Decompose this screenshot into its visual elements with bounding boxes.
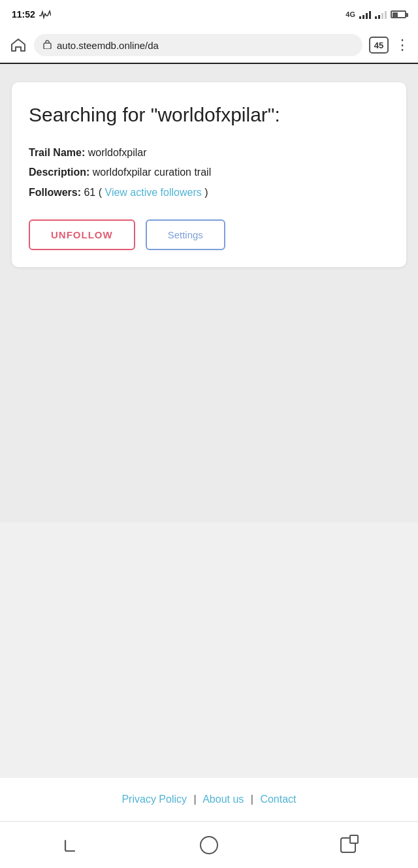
settings-button[interactable]: Settings	[146, 219, 225, 250]
footer: Privacy Policy | About us | Contact	[0, 778, 418, 821]
status-right: 4G	[346, 10, 406, 19]
nav-recent-button[interactable]	[336, 833, 360, 857]
activity-icon	[39, 9, 51, 20]
time-display: 11:52	[12, 9, 35, 20]
recent-apps-icon	[340, 837, 356, 853]
button-row: UNFOLLOW Settings	[29, 219, 389, 250]
followers-count: 61	[84, 187, 95, 198]
status-left: 11:52	[12, 9, 51, 20]
followers-paren-open: (	[99, 187, 102, 198]
contact-link[interactable]: Contact	[260, 794, 296, 805]
divider-1: |	[193, 794, 196, 805]
signal-bars-2	[375, 10, 387, 19]
about-us-link[interactable]: About us	[202, 794, 244, 805]
nav-home-button[interactable]	[197, 833, 221, 857]
trail-name-row: Trail Name: worldofxpilar	[29, 143, 389, 163]
unfollow-button[interactable]: UNFOLLOW	[29, 219, 135, 250]
url-display: auto.steemdb.online/da	[57, 40, 159, 51]
view-followers-link[interactable]: View active followers	[105, 187, 202, 198]
battery-icon	[391, 10, 406, 18]
nav-bar	[0, 821, 418, 868]
description-value: worldofxpilar curation trail	[93, 167, 211, 178]
lock-icon	[43, 39, 52, 51]
description-row: Description: worldofxpilar curation trai…	[29, 163, 389, 182]
content-spacer	[0, 522, 418, 778]
trail-info: Trail Name: worldofxpilar Description: w…	[29, 143, 389, 202]
privacy-policy-link[interactable]: Privacy Policy	[121, 794, 187, 805]
trail-name-value: worldofxpilar	[88, 147, 147, 158]
nav-back-button[interactable]	[58, 833, 82, 857]
footer-links: Privacy Policy | About us | Contact	[13, 794, 405, 805]
divider-2: |	[251, 794, 253, 805]
page-content: Searching for "worldofxpilar": Trail Nam…	[0, 64, 418, 522]
search-title: Searching for "worldofxpilar":	[29, 102, 389, 127]
result-card: Searching for "worldofxpilar": Trail Nam…	[12, 82, 406, 267]
home-circle-icon	[200, 836, 218, 854]
browser-chrome: auto.steemdb.online/da 45 ⋮	[0, 29, 418, 64]
svg-rect-0	[44, 43, 51, 49]
home-icon[interactable]	[9, 36, 27, 54]
signal-bars	[359, 10, 371, 19]
followers-row: Followers: 61 ( View active followers )	[29, 183, 389, 202]
status-bar: 11:52 4G	[0, 0, 418, 29]
more-options-icon[interactable]: ⋮	[395, 37, 409, 54]
tab-count[interactable]: 45	[369, 37, 389, 54]
network-label: 4G	[346, 10, 355, 18]
trail-name-label: Trail Name:	[29, 147, 85, 158]
url-bar[interactable]: auto.steemdb.online/da	[34, 34, 362, 56]
followers-paren-close: )	[204, 187, 208, 198]
followers-label: Followers:	[29, 187, 81, 198]
description-label: Description:	[29, 167, 89, 178]
